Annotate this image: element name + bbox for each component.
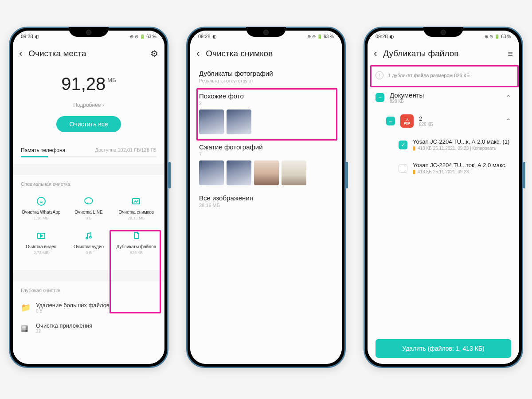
special-duplicates[interactable]: Дубликаты файлов 826 КБ: [113, 227, 160, 258]
section-sub: Результаты отсутствуют: [199, 78, 333, 83]
appbar: ‹ Очистка снимков: [190, 42, 342, 65]
special-photos[interactable]: Очистка снимков 28,16 МБ: [113, 193, 160, 223]
storage-value: 91,28: [61, 74, 106, 94]
thumb-row: [199, 110, 333, 134]
special-audio[interactable]: Очистка аудио 0 Б: [65, 227, 112, 258]
more-link[interactable]: Подробнее ›: [13, 102, 164, 108]
section-title: Сжатие фотографий: [199, 143, 333, 151]
section-compress[interactable]: Сжатие фотографий 7: [190, 139, 342, 190]
status-battery-icon: 🔋: [494, 34, 500, 39]
back-icon[interactable]: ‹: [374, 48, 377, 59]
back-icon[interactable]: ‹: [19, 48, 22, 59]
apps-icon: ▦: [21, 323, 30, 333]
notch: [423, 27, 463, 37]
memory-avail: Доступна 102,01 ГБ/128 ГБ: [95, 147, 156, 153]
appbar: ‹ Очистка места ⚙: [13, 42, 164, 65]
section-title: Дубликаты фотографий: [199, 70, 333, 77]
special-size: 1,10 МБ: [19, 216, 63, 220]
section-sub: 7: [199, 152, 333, 157]
phone-frame-1: 09:28◐ ⊕⊜🔋63 % ‹ Очистка места ⚙ 91,28МБ…: [9, 27, 168, 368]
deep-large-files[interactable]: 📁 Удаление больших файлов 0 Б: [13, 297, 164, 318]
status-battery: 63 %: [146, 34, 156, 39]
file-row[interactable]: ✓ Yosan JC-2204 TU...к, А 2,0 макс. (1) …: [368, 133, 519, 156]
appbar: ‹ Дубликаты файлов ≡: [368, 42, 519, 65]
phone-frame-2: 09:28◐ ⊕⊜🔋63 % ‹ Очистка снимков Дублика…: [186, 27, 346, 368]
special-size: 0 Б: [66, 216, 110, 220]
checkbox-checked[interactable]: ✓: [399, 141, 407, 149]
photo-icon: [114, 196, 158, 207]
special-label: Очистка видео: [19, 244, 63, 250]
section-all-images[interactable]: Все изображения 28,16 МБ: [190, 190, 342, 212]
storage-summary: 91,28МБ Подробнее › Очистить все: [13, 65, 164, 137]
checkbox-minus[interactable]: −: [386, 117, 395, 125]
special-grid: Очистка WhatsApp 1,10 МБ Очистка LINE 0 …: [13, 191, 164, 264]
section-duplicates[interactable]: Дубликаты фотографий Результаты отсутств…: [190, 65, 342, 88]
folder-icon: 📁: [21, 303, 30, 313]
special-size: 28,16 МБ: [114, 216, 158, 220]
section-similar[interactable]: Похожие фото 2: [190, 88, 342, 139]
group-documents[interactable]: − Документы 826 КБ ⌃: [368, 86, 519, 109]
screen-3: 09:28◐ ⊕⊜🔋63 % ‹ Дубликаты файлов ≡ ! 1 …: [368, 31, 519, 364]
status-vibrate-icon: ⊕: [130, 34, 133, 39]
screen-2: 09:28◐ ⊕⊜🔋63 % ‹ Очистка снимков Дублика…: [190, 31, 342, 364]
chevron-up-icon[interactable]: ⌃: [505, 94, 511, 102]
svg-point-0: [37, 197, 45, 205]
special-label: Дубликаты файлов: [114, 244, 158, 250]
divider: [13, 270, 164, 282]
section-sub: 2: [199, 101, 333, 106]
memory-fill: [21, 156, 48, 157]
status-battery-icon: 🔋: [140, 34, 145, 39]
photo-thumb[interactable]: [254, 160, 279, 185]
delete-button[interactable]: Удалить (файлов: 1, 413 КБ): [376, 339, 511, 358]
checkbox-minus[interactable]: −: [376, 93, 384, 102]
subgroup-pdf[interactable]: − 人PDF 2 826 КБ ⌃: [368, 109, 519, 133]
status-battery: 63 %: [501, 34, 511, 39]
info-banner: ! 1 дубликат файла размером 826 КБ.: [368, 65, 519, 86]
deep-clean-title: Глубокая очистка: [13, 282, 164, 297]
photo-thumb[interactable]: [227, 110, 251, 134]
memory-label: Память телефона: [21, 147, 65, 153]
section-title: Все изображения: [199, 194, 333, 202]
back-icon[interactable]: ‹: [196, 48, 200, 59]
chevron-up-icon[interactable]: ⌃: [505, 117, 511, 125]
screen-1: 09:28◐ ⊕⊜🔋63 % ‹ Очистка места ⚙ 91,28МБ…: [13, 31, 164, 364]
filter-icon[interactable]: ≡: [508, 49, 513, 59]
page-title: Очистка снимков: [206, 49, 336, 59]
photo-thumb[interactable]: [282, 160, 306, 185]
special-clean-title: Специальная очистка: [13, 175, 164, 191]
special-line[interactable]: Очистка LINE 0 Б: [65, 193, 112, 223]
file-row[interactable]: Yosan JC-2204 TU...ток, А 2,0 макс. ▮413…: [368, 156, 519, 180]
status-wifi-icon: ⊜: [489, 34, 493, 39]
storage-unit: МБ: [107, 77, 116, 83]
content-area: 91,28МБ Подробнее › Очистить все Память …: [13, 65, 164, 364]
special-whatsapp[interactable]: Очистка WhatsApp 1,10 МБ: [17, 193, 65, 223]
pdf-icon: 人PDF: [400, 114, 414, 128]
file-name: Yosan JC-2204 TU...ток, А 2,0 макс.: [413, 162, 511, 168]
deep-apps[interactable]: ▦ Очистка приложения 32: [13, 318, 164, 338]
photo-thumb[interactable]: [227, 160, 251, 185]
status-time: 09:28: [198, 34, 211, 39]
photo-thumb[interactable]: [199, 110, 224, 134]
special-label: Очистка аудио: [66, 244, 110, 250]
checkbox-unchecked[interactable]: [399, 164, 407, 173]
whatsapp-icon: [19, 196, 63, 207]
gear-icon[interactable]: ⚙: [150, 48, 158, 59]
line-icon: [66, 196, 110, 207]
deep-label: Удаление больших файлов: [36, 302, 156, 309]
special-label: Очистка WhatsApp: [19, 210, 63, 215]
photo-thumb[interactable]: [199, 160, 224, 185]
deep-sub: 32: [36, 329, 156, 334]
memory-row: Память телефона Доступна 102,01 ГБ/128 Г…: [13, 137, 164, 156]
svg-point-1: [85, 198, 93, 204]
memory-bar: [21, 156, 156, 157]
special-size: 826 КБ: [114, 250, 158, 255]
phone-frame-3: 09:28◐ ⊕⊜🔋63 % ‹ Дубликаты файлов ≡ ! 1 …: [364, 27, 523, 368]
group-title: Документы: [390, 91, 500, 99]
clean-all-button[interactable]: Очистить все: [56, 116, 121, 132]
special-label: Очистка LINE: [66, 210, 110, 215]
page-title: Очистка места: [28, 49, 150, 59]
special-video[interactable]: Очистка видео 2,73 МБ: [17, 227, 65, 258]
file-meta: ▮413 КБ 25.11.2021, 09:23: [413, 168, 511, 175]
content-area: ! 1 дубликат файла размером 826 КБ. − До…: [368, 65, 519, 364]
status-dnd-icon: ◐: [212, 34, 217, 39]
